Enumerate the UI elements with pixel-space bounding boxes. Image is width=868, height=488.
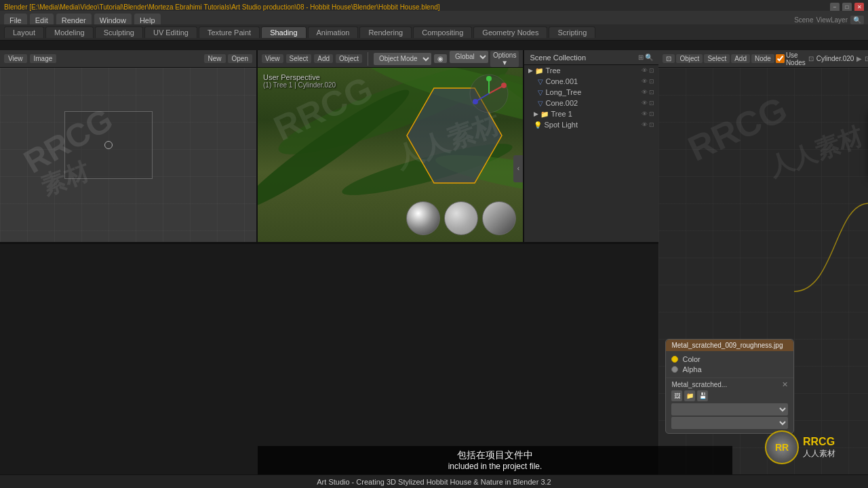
tex-close-btn[interactable]: ✕ [782,380,788,389]
viewport-sublabel: (1) Tree 1 | Cylinder.020 [263,81,336,89]
tab-uv-editing[interactable]: UV Editing [144,26,197,38]
viewport-scene: RRCG 人人素材 User Perspective (1) Tree 1 | … [258,68,523,242]
node-node-btn[interactable]: Node [751,54,774,63]
tex-folder-btn[interactable]: 📁 [684,390,695,401]
viewport-shading-material[interactable]: ◉ [434,54,447,63]
breadcrumb-icon-2: ⊡ [865,55,868,62]
tab-compositing[interactable]: Compositing [413,26,472,38]
node-add-btn[interactable]: Add [731,54,750,63]
tex-save-btn[interactable]: 💾 [697,390,708,401]
scene-collection-panel: Scene Collection ⊞ 🔍 ▶ 📁 Tree 👁 ⊡ ▽ Cone… [523,50,658,242]
preview-sphere-2 [444,201,478,235]
search-btn[interactable]: 🔍 [850,16,864,24]
rrcg-label: RRCG [803,436,835,448]
scene-item-cone002[interactable]: ▽ Cone.002 👁 ⊡ [524,98,658,108]
tab-animation[interactable]: Animation [308,26,359,38]
scene-item-spot-light[interactable]: 💡 Spot Light 👁 ⊡ [524,119,658,130]
tex-action-btns: 🖼 📁 💾 [671,390,788,401]
n-panel-toggle[interactable]: ‹ [513,155,523,182]
add-btn[interactable]: Add [314,54,333,63]
tab-layout[interactable]: Layout [4,26,44,38]
breadcrumb-cylinder: Cylinder.020 [816,55,854,62]
node-select-btn[interactable]: Select [704,54,730,63]
global-select[interactable]: Global [450,51,488,63]
rrcg-text-area: RRCG 人人素材 [803,436,835,460]
workspace-tabs: Layout Modeling Sculpting UV Editing Tex… [0,24,868,41]
material-previews [406,201,516,235]
image-editor-header: View Image New Open [0,50,256,68]
use-nodes-label[interactable]: Use Nodes [776,52,806,66]
rrcg-cn-label: 人人素材 [803,448,835,460]
viewport-header: View Select Add Object Object Mode ◉ Glo… [258,50,523,68]
use-nodes-checkbox[interactable] [776,54,785,63]
subtitle-bar: 包括在项目文件中 included in the project file. [258,446,732,474]
mode-select[interactable]: Object Mode [374,53,431,65]
tab-rendering[interactable]: Rendering [359,26,412,38]
main-layout: View Image New Open RRCG 素材 [0,50,868,488]
texture-node-body: Color Alpha [666,351,793,378]
viewport-gizmo [469,73,509,114]
tab-shading[interactable]: Shading [261,26,306,38]
filter-btn[interactable]: ⊞ [638,54,644,61]
tab-scripting[interactable]: Scripting [549,26,595,38]
texture-image-node: Metal_scratched_009_roughness.jpg Color … [665,339,794,434]
rrcg-circle: RR [765,430,799,464]
options-btn[interactable]: Options ▼ [490,51,519,67]
node-editor-header: ⊡ Object Select Add Node Use Nodes ⊡ Cyl… [658,50,868,68]
subtitle-english: included in the project file. [448,462,542,471]
breadcrumb-icon-1: ⊡ [808,55,814,62]
tab-texture-paint[interactable]: Texture Paint [199,26,260,38]
crosshair [104,141,113,149]
scene-item-cone001[interactable]: ▽ Cone.001 👁 ⊡ [524,76,658,87]
viewport-label: User Perspective (1) Tree 1 | Cylinder.0… [263,73,336,89]
preview-sphere-1 [406,201,440,235]
svg-point-14 [501,83,507,88]
texture-node-header: Metal_scratched_009_roughness.jpg [666,340,793,351]
viewport-3d: View Select Add Object Object Mode ◉ Glo… [258,50,523,242]
node-view-btn[interactable]: ⊡ [663,54,675,63]
preview-sphere-3 [482,201,516,235]
tex-dropdown[interactable] [671,403,788,415]
rrcg-logo-area: RR RRCG 人人素材 [732,420,868,474]
bottom-bar-text: Art Studio - Creating 3D Stylized Hobbit… [317,478,551,486]
view-btn[interactable]: View [262,54,283,63]
texture-output-color: Color [671,355,788,363]
view-menu[interactable]: View [4,54,27,63]
socket-color-yellow [671,356,678,363]
scene-item-long-tree[interactable]: ▽ Long_Tree 👁 ⊡ [524,87,658,98]
new-image-btn[interactable]: New [204,54,226,63]
tex-name-row: Metal_scratched... ✕ [671,380,788,389]
breadcrumb-sep-1: ▶ [856,55,862,62]
socket-alpha-gray [671,366,678,373]
scene-collection-title: Scene Collection [530,54,586,62]
scene-item-tree1[interactable]: ▶ 📁 Tree 1 👁 ⊡ [524,108,658,119]
tex-icon-btn[interactable]: 🖼 [671,390,682,401]
select-btn[interactable]: Select [286,54,312,63]
subtitle-chinese: 包括在项目文件中 [457,449,533,462]
rrcg-text-inner: RR [775,442,789,453]
image-menu[interactable]: Image [30,54,57,63]
image-frame [64,111,153,179]
tab-sculpting[interactable]: Sculpting [95,26,143,38]
bottom-status-bar: Art Studio - Creating 3D Stylized Hobbit… [0,474,868,488]
viewport-perspective-label: User Perspective [263,73,336,81]
node-type-btn[interactable]: Object [676,54,703,63]
app-title: Blender [E:\Media\Media\Video\Tutorial\B… [4,3,440,11]
texture-output-alpha: Alpha [671,365,788,373]
svg-point-16 [473,99,478,104]
scene-item-tree[interactable]: ▶ 📁 Tree 👁 ⊡ [524,65,658,76]
image-editor: View Image New Open RRCG 素材 [0,50,258,242]
scene-collection-header: Scene Collection ⊞ 🔍 [524,50,658,65]
scene-bg: RRCG 人人素材 User Perspective (1) Tree 1 | … [258,68,523,242]
tab-geometry-nodes[interactable]: Geometry Nodes [473,26,547,38]
image-canvas: RRCG 素材 [0,68,256,242]
rrcg-logo: RR RRCG 人人素材 [765,430,835,464]
object-btn[interactable]: Object [336,54,362,63]
search-collection-btn[interactable]: 🔍 [645,54,653,61]
tab-modeling[interactable]: Modeling [45,26,94,38]
open-image-btn[interactable]: Open [228,54,252,63]
svg-point-15 [486,76,492,81]
